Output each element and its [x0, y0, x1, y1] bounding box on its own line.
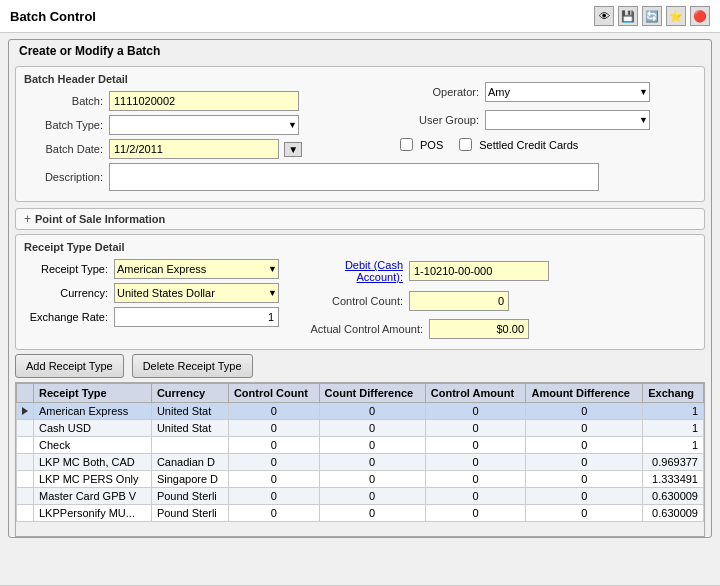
- refresh-icon[interactable]: 🔄: [642, 6, 662, 26]
- actual-control-amount-input[interactable]: [429, 319, 529, 339]
- row-arrow: [17, 454, 34, 471]
- receipt-left-col: Receipt Type: American Express ▼ Currenc…: [24, 259, 279, 343]
- description-input[interactable]: [109, 163, 599, 191]
- actual-control-amount-label: Actual Control Amount:: [299, 323, 429, 335]
- cell-receipt-type: Check: [34, 437, 152, 454]
- batch-type-select[interactable]: [109, 115, 299, 135]
- cell-exchang: 0.630009: [643, 505, 704, 522]
- batch-header-detail: Batch Header Detail Batch: Batch Type:: [15, 66, 705, 202]
- table-row[interactable]: LKP MC Both, CAD Canadian D 0 0 0 0 0.96…: [17, 454, 704, 471]
- cell-amount-diff: 0: [526, 420, 643, 437]
- col-exchang: Exchang: [643, 384, 704, 403]
- debit-cash-account-link[interactable]: Debit (Cash Account):: [299, 259, 409, 283]
- user-group-row: User Group: ▼: [400, 110, 650, 130]
- table-row[interactable]: LKP MC PERS Only Singapore D 0 0 0 0 1.3…: [17, 471, 704, 488]
- table-header-row: Receipt Type Currency Control Count Coun…: [17, 384, 704, 403]
- settled-credit-cards-label: Settled Credit Cards: [479, 139, 578, 151]
- cell-exchang: 0.969377: [643, 454, 704, 471]
- currency-select-wrapper: United States Dollar ▼: [114, 283, 279, 303]
- batch-date-wrapper: ▼: [109, 139, 302, 159]
- cell-currency: Pound Sterli: [151, 505, 228, 522]
- form-columns: Batch: Batch Type: ▼: [24, 91, 696, 195]
- add-receipt-type-button[interactable]: Add Receipt Type: [15, 354, 124, 378]
- cell-count-diff: 0: [319, 488, 425, 505]
- col-control-amount: Control Amount: [425, 384, 526, 403]
- cell-control-count: 0: [228, 488, 319, 505]
- table-row[interactable]: American Express United Stat 0 0 0 0 1: [17, 403, 704, 420]
- receipt-form-grid: Receipt Type: American Express ▼ Currenc…: [24, 259, 696, 343]
- cell-control-count: 0: [228, 505, 319, 522]
- receipt-button-row: Add Receipt Type Delete Receipt Type: [15, 354, 705, 378]
- table-row[interactable]: Master Card GPB V Pound Sterli 0 0 0 0 0…: [17, 488, 704, 505]
- row-arrow: [17, 420, 34, 437]
- currency-select[interactable]: United States Dollar: [114, 283, 279, 303]
- settled-credit-cards-checkbox[interactable]: [459, 138, 472, 151]
- cell-receipt-type: LKP MC Both, CAD: [34, 454, 152, 471]
- receipt-type-select[interactable]: American Express: [114, 259, 279, 279]
- receipt-type-label: Receipt Type:: [24, 263, 114, 275]
- cell-currency: Singapore D: [151, 471, 228, 488]
- table-row[interactable]: Check 0 0 0 0 1: [17, 437, 704, 454]
- exchange-rate-row: Exchange Rate:: [24, 307, 279, 327]
- batch-date-calendar-icon[interactable]: ▼: [284, 142, 302, 157]
- user-group-wrapper: ▼: [485, 110, 650, 130]
- receipt-type-select-wrapper: American Express ▼: [114, 259, 279, 279]
- cell-currency: Pound Sterli: [151, 488, 228, 505]
- cell-control-amount: 0: [425, 471, 526, 488]
- description-label: Description:: [24, 171, 109, 183]
- cell-control-count: 0: [228, 403, 319, 420]
- col-control-count: Control Count: [228, 384, 319, 403]
- exchange-rate-input[interactable]: [114, 307, 279, 327]
- cell-exchang: 0.630009: [643, 488, 704, 505]
- currency-label: Currency:: [24, 287, 114, 299]
- col-amount-difference: Amount Difference: [526, 384, 643, 403]
- row-arrow: [17, 437, 34, 454]
- point-of-sale-section[interactable]: + Point of Sale Information: [15, 208, 705, 230]
- cell-amount-diff: 0: [526, 403, 643, 420]
- eye-icon[interactable]: 👁: [594, 6, 614, 26]
- batch-date-input[interactable]: [109, 139, 279, 159]
- cell-count-diff: 0: [319, 471, 425, 488]
- row-arrow: [17, 505, 34, 522]
- create-modify-title: Create or Modify a Batch: [9, 40, 711, 62]
- description-row: Description:: [24, 163, 696, 191]
- receipt-right-col: Debit (Cash Account): Control Count: Act…: [299, 259, 549, 343]
- cell-amount-diff: 0: [526, 488, 643, 505]
- table-body: American Express United Stat 0 0 0 0 1 C…: [17, 403, 704, 522]
- row-arrow: [17, 471, 34, 488]
- cell-amount-diff: 0: [526, 505, 643, 522]
- pos-checkbox[interactable]: [400, 138, 413, 151]
- user-group-label: User Group:: [400, 114, 485, 126]
- checkboxes-row: POS Settled Credit Cards: [400, 138, 650, 151]
- cell-amount-diff: 0: [526, 471, 643, 488]
- operator-select[interactable]: Amy: [485, 82, 650, 102]
- operator-wrapper: Amy ▼: [485, 82, 650, 102]
- col-arrow: [17, 384, 34, 403]
- point-of-sale-title: Point of Sale Information: [35, 213, 165, 225]
- table-row[interactable]: Cash USD United Stat 0 0 0 0 1: [17, 420, 704, 437]
- table-row[interactable]: LKPPersonify MU... Pound Sterli 0 0 0 0 …: [17, 505, 704, 522]
- star-icon[interactable]: ⭐: [666, 6, 686, 26]
- cell-control-count: 0: [228, 454, 319, 471]
- save-icon[interactable]: 💾: [618, 6, 638, 26]
- close-icon[interactable]: 🔴: [690, 6, 710, 26]
- create-modify-section: Create or Modify a Batch Batch Header De…: [8, 39, 712, 538]
- cell-count-diff: 0: [319, 437, 425, 454]
- operator-label: Operator:: [400, 86, 485, 98]
- cell-control-amount: 0: [425, 488, 526, 505]
- batch-type-wrapper: ▼: [109, 115, 299, 135]
- cell-receipt-type: Cash USD: [34, 420, 152, 437]
- control-count-input[interactable]: [409, 291, 509, 311]
- delete-receipt-type-button[interactable]: Delete Receipt Type: [132, 354, 253, 378]
- cell-count-diff: 0: [319, 505, 425, 522]
- batch-input[interactable]: [109, 91, 299, 111]
- cell-control-count: 0: [228, 420, 319, 437]
- batch-type-label: Batch Type:: [24, 119, 109, 131]
- col-currency: Currency: [151, 384, 228, 403]
- cell-control-amount: 0: [425, 403, 526, 420]
- receipt-type-detail: Receipt Type Detail Receipt Type: Americ…: [15, 234, 705, 350]
- cell-exchang: 1: [643, 437, 704, 454]
- user-group-select[interactable]: [485, 110, 650, 130]
- cell-exchang: 1: [643, 403, 704, 420]
- debit-cash-account-input[interactable]: [409, 261, 549, 281]
